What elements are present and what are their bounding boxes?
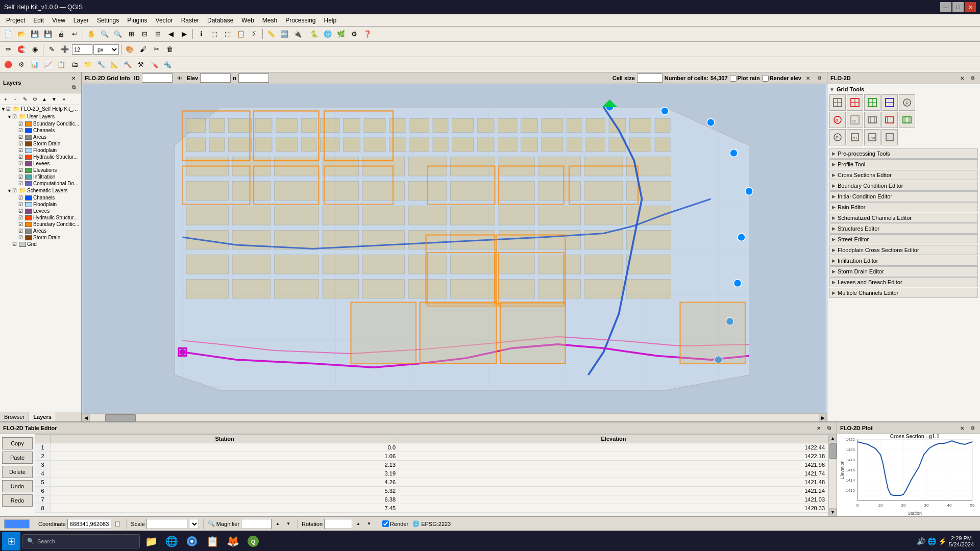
menu-view[interactable]: View: [48, 16, 69, 25]
menu-web[interactable]: Web: [237, 16, 258, 25]
multiple-channels-section[interactable]: ▶ Multiple Channels Editor: [829, 288, 978, 298]
menu-processing[interactable]: Processing: [281, 16, 320, 25]
paste-button[interactable]: Paste: [2, 452, 33, 464]
measure-btn[interactable]: 📏: [265, 28, 277, 40]
layer-edit-btn[interactable]: ✎: [20, 94, 30, 104]
expand-icon[interactable]: ▼: [7, 188, 12, 193]
zoom-out-btn[interactable]: 🔍: [112, 28, 124, 40]
flo-btn-6[interactable]: 🗂: [68, 59, 81, 71]
saga-btn[interactable]: ⚙: [348, 28, 360, 40]
street-section[interactable]: ▶ Street Editor: [829, 234, 978, 244]
render-checkbox[interactable]: [382, 520, 389, 527]
table-row[interactable]: 43.191421.74: [35, 469, 828, 478]
layer-checkbox[interactable]: ☑: [18, 181, 25, 186]
layer-tree-item[interactable]: ☑Infiltration: [0, 173, 81, 180]
menu-layer[interactable]: Layer: [69, 16, 93, 25]
flo-btn-1[interactable]: 🔴: [2, 59, 14, 71]
layer-checkbox[interactable]: ☑: [18, 215, 25, 220]
map-canvas[interactable]: [82, 84, 827, 413]
rp-icon-1[interactable]: [829, 94, 846, 111]
floodplain-cross-section[interactable]: ▶ Floodplain Cross Sections Editor: [829, 245, 978, 255]
menu-plugins[interactable]: Plugins: [123, 16, 151, 25]
boundary-section[interactable]: ▶ Boundary Condition Editor: [829, 181, 978, 191]
layer-checkbox[interactable]: ☑: [18, 202, 25, 207]
magnifier-down-btn[interactable]: ▼: [284, 519, 293, 529]
flo-btn-8[interactable]: 🔧: [95, 59, 107, 71]
taskbar-app-file-explorer[interactable]: 📁: [142, 532, 160, 550]
zoom-full-btn[interactable]: ⊞: [125, 28, 137, 40]
new-project-btn[interactable]: 📄: [2, 28, 14, 40]
table-row[interactable]: 10.01422.44: [35, 443, 828, 452]
color-picker-btn[interactable]: 🖌: [137, 43, 149, 56]
infiltration-section[interactable]: ▶ Infiltration Editor: [829, 256, 978, 266]
taskbar-app-qgis[interactable]: Q: [244, 532, 262, 550]
node-btn[interactable]: ◉: [29, 43, 41, 56]
flo-btn-9[interactable]: 📐: [108, 59, 120, 71]
table-scroll-down-btn[interactable]: ▼: [829, 508, 837, 516]
coordinate-copy-btn[interactable]: 📋: [113, 519, 122, 529]
scale-select[interactable]: ▼: [189, 519, 199, 529]
taskbar-app-3[interactable]: [183, 532, 201, 550]
digitize-btn[interactable]: ✏: [2, 43, 14, 56]
table-row[interactable]: 21.061422.18: [35, 452, 828, 461]
menu-database[interactable]: Database: [203, 16, 237, 25]
grid-info-detach-btn[interactable]: ⧉: [815, 73, 824, 83]
layer-remove-btn[interactable]: -: [11, 94, 20, 104]
snap-btn[interactable]: 🧲: [15, 43, 28, 56]
horiz-scroll-thumb[interactable]: [105, 414, 136, 421]
identify-btn[interactable]: ℹ: [195, 28, 207, 40]
select-btn[interactable]: ⬚: [208, 28, 220, 40]
flo-btn-13[interactable]: 🔩: [161, 59, 174, 71]
right-panel-detach-btn[interactable]: ⧉: [968, 73, 977, 83]
layer-tree-item[interactable]: ☑Levees: [0, 160, 81, 167]
flo-btn-10[interactable]: 🔨: [121, 59, 134, 71]
layer-tree-item[interactable]: ☑Storm Drain: [0, 234, 81, 241]
render-elev-checkbox[interactable]: [762, 75, 769, 82]
layer-tree-item[interactable]: ▼☑📁Schematic Layers: [0, 187, 81, 194]
print-btn[interactable]: 🖨: [55, 28, 67, 40]
scale-input[interactable]: 1:15542: [146, 519, 187, 529]
add-feature-btn[interactable]: ➕: [59, 43, 71, 56]
layer-checkbox[interactable]: ☑: [18, 134, 25, 140]
rp-icon-8[interactable]: [864, 112, 880, 128]
n-input[interactable]: [238, 73, 269, 83]
stats-btn[interactable]: Σ: [248, 28, 260, 40]
layer-checkbox[interactable]: ☑: [12, 114, 19, 119]
undo-btn[interactable]: ↩: [68, 28, 81, 40]
layer-checkbox[interactable]: ☑: [18, 167, 25, 173]
elev-input[interactable]: [200, 73, 231, 83]
layer-tree-item[interactable]: ☑Channels: [0, 194, 81, 201]
menu-help[interactable]: Help: [320, 16, 341, 25]
rp-icon-13[interactable]: 2ph: [864, 129, 880, 145]
horiz-scroll-left-btn[interactable]: ◀: [82, 414, 90, 422]
layer-checkbox[interactable]: ☑: [18, 221, 25, 227]
table-vert-scrollbar[interactable]: ▲ ▼: [828, 434, 837, 516]
copy-button[interactable]: Copy: [2, 437, 33, 449]
undo-table-button[interactable]: Undo: [2, 480, 33, 492]
eye-btn[interactable]: 👁: [175, 73, 185, 83]
rotation-input[interactable]: 0.0 °: [324, 519, 352, 529]
zoom-next-btn[interactable]: ▶: [178, 28, 190, 40]
save-as-btn[interactable]: 💾: [42, 28, 54, 40]
layer-checkbox[interactable]: ☑: [18, 174, 25, 180]
horiz-scroll-right-btn[interactable]: ▶: [819, 414, 827, 422]
rp-icon-2[interactable]: [847, 94, 863, 111]
minimize-button[interactable]: —: [940, 2, 951, 12]
layer-tree-item[interactable]: ☑Grid: [0, 241, 81, 247]
layer-checkbox[interactable]: ☑: [12, 241, 19, 247]
rotation-down-btn[interactable]: ▼: [364, 519, 374, 529]
layer-tree-item[interactable]: ▼☑📁User Layers: [0, 113, 81, 120]
table-editor-detach-btn[interactable]: ⧉: [824, 423, 834, 433]
tab-layers[interactable]: Layers: [29, 412, 56, 421]
layer-tree-item[interactable]: ☑Boundary Conditic...: [0, 120, 81, 127]
table-scroll-thumb[interactable]: [829, 443, 837, 459]
rp-icon-4[interactable]: [881, 94, 898, 111]
flo-btn-5[interactable]: 📋: [55, 59, 67, 71]
magnifier-up-btn[interactable]: ▲: [273, 519, 282, 529]
flo-btn-7[interactable]: 📁: [82, 59, 94, 71]
layer-tree-item[interactable]: ☑Channels: [0, 127, 81, 134]
storm-drain-section[interactable]: ▶ Storm Drain Editor: [829, 266, 978, 277]
menu-project[interactable]: Project: [2, 16, 29, 25]
initial-condition-section[interactable]: ▶ Initial Condition Editor: [829, 191, 978, 202]
delete-feature-btn[interactable]: 🗑: [163, 43, 176, 56]
